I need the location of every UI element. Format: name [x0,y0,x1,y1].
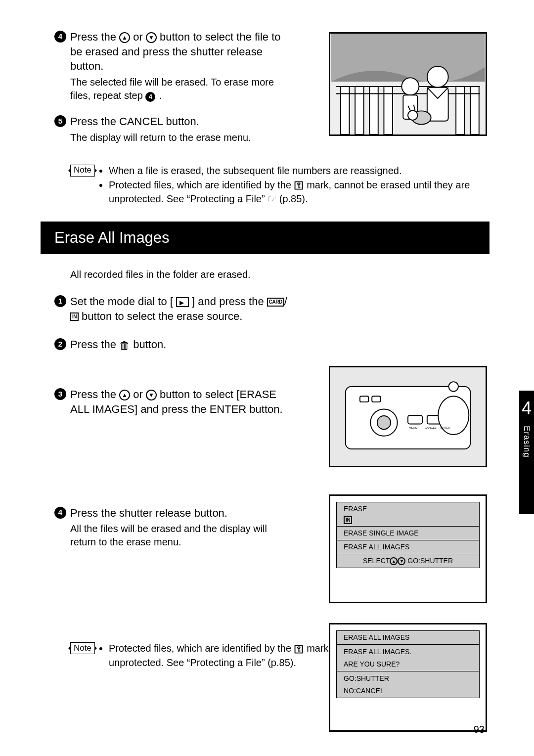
menu-panel-erase: ERASEIN ERASE SINGLE IMAGE ERASE ALL IMA… [329,494,487,603]
up-arrow-icon [390,557,398,565]
chapter-number: 4 [522,397,532,421]
svg-point-10 [401,78,419,95]
key-icon: ⚿ [294,179,304,192]
svg-point-12 [427,66,448,88]
step-1-text: Set the mode dial to [ ] and press the C… [70,294,288,323]
illustration-photo [329,32,487,136]
svg-rect-24 [372,396,380,402]
playback-icon [176,297,189,307]
step-4b-text: Press the shutter release button. [70,506,288,521]
step-4-text: Press the or button to select the file t… [70,30,288,74]
svg-point-25 [449,382,458,391]
down-arrow-icon [398,557,405,565]
menu-item: ERASE SINGLE IMAGE [337,527,479,540]
note-item: Protected files, which are identified by… [109,178,490,206]
illustration-camera: MENUCANCELENTER [329,366,487,467]
up-arrow-icon [119,32,130,43]
svg-text:MENU: MENU [409,426,417,429]
svg-rect-23 [360,396,368,402]
step-5-sub: The display will return to the erase men… [70,131,288,144]
menu-title: ERASE ALL IMAGES [337,631,479,645]
in-icon: IN [70,312,79,321]
note-label: Note [70,642,95,654]
trash-icon: 🗑 [119,338,130,353]
card-icon: CARD [267,298,284,307]
step-number-icon: 5 [54,115,66,127]
chapter-tab: 4 Erasing [519,391,534,514]
step-number-icon: 1 [54,295,66,307]
key-icon: ⚿ [294,643,304,656]
menu-hint: GO:SHUTTER [337,671,479,684]
step-number-icon: 4 [54,507,66,519]
intro-text: All recorded files in the folder are era… [70,268,490,281]
menu-hint: SELECT GO:SHUTTER [337,554,479,568]
svg-point-19 [377,416,391,429]
menu-panel-confirm: ERASE ALL IMAGES ERASE ALL IMAGES. ARE Y… [329,623,487,732]
svg-text:CANCEL: CANCEL [425,426,437,429]
up-arrow-icon [119,390,130,400]
step-2: 2 Press the 🗑 button. [54,337,490,355]
down-arrow-icon [146,390,157,400]
step-number-icon: 2 [54,338,66,350]
svg-point-15 [408,110,417,120]
down-arrow-icon [146,32,157,43]
step-5-text: Press the CANCEL button. [70,114,288,129]
in-badge-icon: IN [344,516,352,525]
note-label: Note [70,165,95,177]
menu-text: ERASE ALL IMAGES. [337,645,479,658]
ref-step-icon: 4 [145,92,155,102]
step-4b-sub: All the files will be erased and the dis… [70,522,288,549]
menu-item: ERASE ALL IMAGES [337,540,479,554]
chapter-label: Erasing [521,426,533,458]
menu-text: ARE YOU SURE? [337,658,479,671]
step-4-sub: The selected file will be erased. To era… [70,76,288,102]
step-number-icon: 4 [54,31,66,43]
menu-title: ERASE [344,504,367,514]
step-1: 1 Set the mode dial to [ ] and press the… [54,294,490,325]
step-number-icon: 3 [54,388,66,400]
step-2-text: Press the 🗑 button. [70,337,288,353]
note-block-top: Note When a file is erased, the subseque… [70,164,490,207]
note-item: When a file is erased, the subsequent fi… [109,164,490,178]
section-header: Erase All Images [41,222,490,254]
menu-hint: NO:CANCEL [337,684,479,698]
svg-text:ENTER: ENTER [441,426,450,429]
svg-rect-20 [408,415,422,424]
step-3-text: Press the or button to select [ERASE ALL… [70,387,288,416]
page-number: 93 [474,723,485,736]
